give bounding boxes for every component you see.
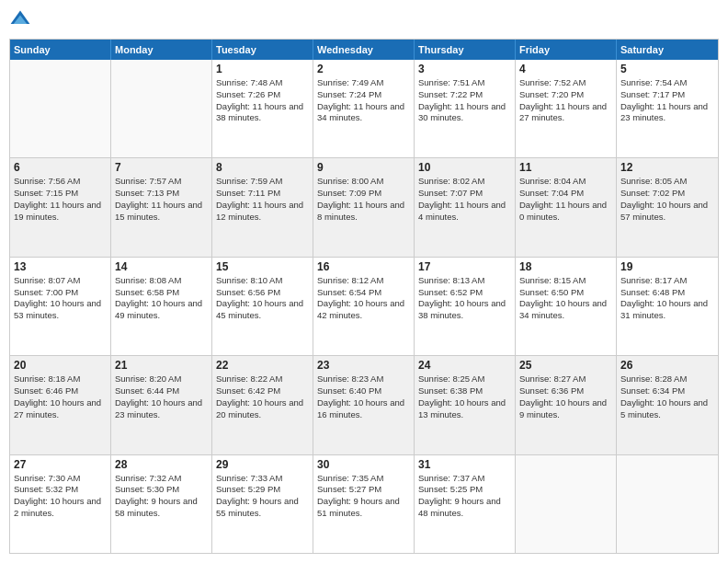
day-number: 19 (620, 260, 714, 273)
header-cell-thursday: Thursday (415, 40, 516, 60)
day-info: Sunrise: 8:28 AM Sunset: 6:34 PM Dayligh… (620, 373, 714, 420)
day-info: Sunrise: 8:10 AM Sunset: 6:56 PM Dayligh… (216, 275, 309, 322)
calendar-header: SundayMondayTuesdayWednesdayThursdayFrid… (10, 40, 718, 60)
day-number: 31 (418, 458, 511, 471)
calendar-body: 1Sunrise: 7:48 AM Sunset: 7:26 PM Daylig… (10, 60, 718, 553)
calendar-cell: 30Sunrise: 7:35 AM Sunset: 5:27 PM Dayli… (313, 455, 415, 553)
calendar-row: 6Sunrise: 7:56 AM Sunset: 7:15 PM Daylig… (10, 157, 718, 256)
day-number: 21 (115, 359, 208, 372)
header-cell-friday: Friday (516, 40, 617, 60)
day-info: Sunrise: 7:51 AM Sunset: 7:22 PM Dayligh… (418, 77, 511, 124)
day-info: Sunrise: 8:12 AM Sunset: 6:54 PM Dayligh… (317, 275, 410, 322)
day-number: 26 (620, 359, 714, 372)
calendar-row: 1Sunrise: 7:48 AM Sunset: 7:26 PM Daylig… (10, 60, 718, 157)
calendar-cell: 4Sunrise: 7:52 AM Sunset: 7:20 PM Daylig… (516, 60, 617, 157)
calendar-cell: 16Sunrise: 8:12 AM Sunset: 6:54 PM Dayli… (313, 258, 415, 355)
day-info: Sunrise: 8:00 AM Sunset: 7:09 PM Dayligh… (317, 176, 410, 223)
calendar: SundayMondayTuesdayWednesdayThursdayFrid… (9, 39, 719, 554)
day-info: Sunrise: 8:15 AM Sunset: 6:50 PM Dayligh… (519, 275, 612, 322)
header-cell-wednesday: Wednesday (313, 40, 415, 60)
calendar-row: 20Sunrise: 8:18 AM Sunset: 6:46 PM Dayli… (10, 355, 718, 454)
day-info: Sunrise: 7:35 AM Sunset: 5:27 PM Dayligh… (317, 473, 410, 520)
day-info: Sunrise: 7:48 AM Sunset: 7:26 PM Dayligh… (216, 77, 309, 124)
calendar-row: 13Sunrise: 8:07 AM Sunset: 7:00 PM Dayli… (10, 257, 718, 355)
day-number: 10 (418, 161, 511, 174)
calendar-cell: 25Sunrise: 8:27 AM Sunset: 6:36 PM Dayli… (516, 356, 617, 454)
header-cell-saturday: Saturday (617, 40, 718, 60)
calendar-cell: 7Sunrise: 7:57 AM Sunset: 7:13 PM Daylig… (111, 158, 212, 256)
day-info: Sunrise: 8:08 AM Sunset: 6:58 PM Dayligh… (115, 275, 208, 322)
calendar-cell: 23Sunrise: 8:23 AM Sunset: 6:40 PM Dayli… (313, 356, 415, 454)
calendar-cell: 19Sunrise: 8:17 AM Sunset: 6:48 PM Dayli… (617, 258, 718, 355)
day-number: 30 (317, 458, 410, 471)
calendar-cell: 31Sunrise: 7:37 AM Sunset: 5:25 PM Dayli… (415, 455, 516, 553)
day-number: 6 (14, 161, 107, 174)
calendar-cell: 29Sunrise: 7:33 AM Sunset: 5:29 PM Dayli… (212, 455, 313, 553)
calendar-cell: 2Sunrise: 7:49 AM Sunset: 7:24 PM Daylig… (313, 60, 415, 157)
calendar-cell: 13Sunrise: 8:07 AM Sunset: 7:00 PM Dayli… (10, 258, 111, 355)
calendar-cell (516, 455, 617, 553)
day-number: 17 (418, 260, 511, 273)
calendar-cell: 28Sunrise: 7:32 AM Sunset: 5:30 PM Dayli… (111, 455, 212, 553)
day-number: 5 (620, 63, 714, 75)
day-number: 27 (14, 458, 107, 471)
calendar-cell: 8Sunrise: 7:59 AM Sunset: 7:11 PM Daylig… (212, 158, 313, 256)
day-info: Sunrise: 8:02 AM Sunset: 7:07 PM Dayligh… (418, 176, 511, 223)
day-info: Sunrise: 8:17 AM Sunset: 6:48 PM Dayligh… (620, 275, 714, 322)
day-number: 12 (620, 161, 714, 174)
day-number: 29 (216, 458, 309, 471)
header-cell-monday: Monday (111, 40, 212, 60)
header (9, 9, 719, 31)
day-number: 20 (14, 359, 107, 372)
calendar-cell (617, 455, 718, 553)
day-info: Sunrise: 8:13 AM Sunset: 6:52 PM Dayligh… (418, 275, 511, 322)
logo (9, 9, 35, 31)
day-info: Sunrise: 7:33 AM Sunset: 5:29 PM Dayligh… (216, 473, 309, 520)
calendar-cell: 17Sunrise: 8:13 AM Sunset: 6:52 PM Dayli… (415, 258, 516, 355)
day-info: Sunrise: 8:20 AM Sunset: 6:44 PM Dayligh… (115, 373, 208, 420)
calendar-cell: 15Sunrise: 8:10 AM Sunset: 6:56 PM Dayli… (212, 258, 313, 355)
day-number: 8 (216, 161, 309, 174)
calendar-cell (111, 60, 212, 157)
day-number: 13 (14, 260, 107, 273)
calendar-cell: 3Sunrise: 7:51 AM Sunset: 7:22 PM Daylig… (415, 60, 516, 157)
page: SundayMondayTuesdayWednesdayThursdayFrid… (0, 0, 728, 563)
day-info: Sunrise: 7:49 AM Sunset: 7:24 PM Dayligh… (317, 77, 410, 124)
day-number: 9 (317, 161, 410, 174)
day-number: 15 (216, 260, 309, 273)
logo-icon (9, 9, 31, 31)
day-info: Sunrise: 7:30 AM Sunset: 5:32 PM Dayligh… (14, 473, 107, 520)
day-number: 24 (418, 359, 511, 372)
day-number: 11 (519, 161, 612, 174)
day-info: Sunrise: 8:27 AM Sunset: 6:36 PM Dayligh… (519, 373, 612, 420)
day-info: Sunrise: 7:54 AM Sunset: 7:17 PM Dayligh… (620, 77, 714, 124)
header-cell-sunday: Sunday (10, 40, 111, 60)
calendar-cell: 18Sunrise: 8:15 AM Sunset: 6:50 PM Dayli… (516, 258, 617, 355)
calendar-cell: 24Sunrise: 8:25 AM Sunset: 6:38 PM Dayli… (415, 356, 516, 454)
day-number: 22 (216, 359, 309, 372)
day-number: 4 (519, 63, 612, 75)
day-info: Sunrise: 8:18 AM Sunset: 6:46 PM Dayligh… (14, 373, 107, 420)
calendar-cell: 6Sunrise: 7:56 AM Sunset: 7:15 PM Daylig… (10, 158, 111, 256)
day-number: 7 (115, 161, 208, 174)
day-info: Sunrise: 8:04 AM Sunset: 7:04 PM Dayligh… (519, 176, 612, 223)
calendar-cell: 9Sunrise: 8:00 AM Sunset: 7:09 PM Daylig… (313, 158, 415, 256)
calendar-row: 27Sunrise: 7:30 AM Sunset: 5:32 PM Dayli… (10, 454, 718, 553)
calendar-cell: 26Sunrise: 8:28 AM Sunset: 6:34 PM Dayli… (617, 356, 718, 454)
calendar-cell (10, 60, 111, 157)
day-number: 25 (519, 359, 612, 372)
day-info: Sunrise: 7:57 AM Sunset: 7:13 PM Dayligh… (115, 176, 208, 223)
day-info: Sunrise: 8:23 AM Sunset: 6:40 PM Dayligh… (317, 373, 410, 420)
calendar-cell: 5Sunrise: 7:54 AM Sunset: 7:17 PM Daylig… (617, 60, 718, 157)
day-info: Sunrise: 7:56 AM Sunset: 7:15 PM Dayligh… (14, 176, 107, 223)
calendar-cell: 20Sunrise: 8:18 AM Sunset: 6:46 PM Dayli… (10, 356, 111, 454)
day-info: Sunrise: 7:32 AM Sunset: 5:30 PM Dayligh… (115, 473, 208, 520)
day-info: Sunrise: 8:25 AM Sunset: 6:38 PM Dayligh… (418, 373, 511, 420)
day-number: 2 (317, 63, 410, 75)
day-info: Sunrise: 7:59 AM Sunset: 7:11 PM Dayligh… (216, 176, 309, 223)
day-info: Sunrise: 8:05 AM Sunset: 7:02 PM Dayligh… (620, 176, 714, 223)
calendar-cell: 21Sunrise: 8:20 AM Sunset: 6:44 PM Dayli… (111, 356, 212, 454)
calendar-cell: 14Sunrise: 8:08 AM Sunset: 6:58 PM Dayli… (111, 258, 212, 355)
calendar-cell: 22Sunrise: 8:22 AM Sunset: 6:42 PM Dayli… (212, 356, 313, 454)
day-number: 28 (115, 458, 208, 471)
